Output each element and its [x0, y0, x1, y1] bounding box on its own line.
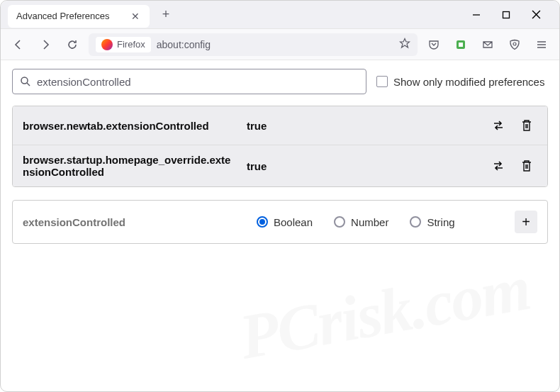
url-text[interactable]: about:config [157, 39, 393, 50]
preference-row[interactable]: browser.startup.homepage_override.extens… [13, 145, 547, 186]
preference-row[interactable]: browser.newtab.extensionControlled true [13, 106, 547, 145]
bookmark-star-icon[interactable] [399, 38, 410, 52]
minimize-button[interactable] [470, 9, 483, 21]
browser-tab[interactable]: Advanced Preferences ✕ [8, 5, 150, 28]
preference-name: browser.startup.homepage_override.extens… [23, 154, 235, 178]
preference-value: true [247, 120, 476, 132]
pocket-icon[interactable] [423, 34, 444, 55]
preference-name: browser.newtab.extensionControlled [23, 120, 235, 132]
svg-point-6 [513, 43, 516, 45]
preference-actions [488, 115, 537, 136]
identity-label: Firefox [117, 39, 145, 50]
search-input[interactable] [37, 76, 359, 88]
radio-icon [410, 216, 421, 228]
close-tab-icon[interactable]: ✕ [130, 11, 141, 22]
add-preference-name: extensionControlled [23, 216, 235, 228]
type-radio-group: Boolean Number String [257, 216, 455, 228]
preference-list: browser.newtab.extensionControlled true … [12, 106, 548, 187]
delete-button[interactable] [516, 115, 537, 136]
tab-title: Advanced Preferences [16, 11, 130, 21]
url-bar[interactable]: Firefox about:config [89, 33, 418, 56]
shield-icon[interactable] [504, 34, 525, 55]
radio-label: String [427, 216, 454, 228]
svg-rect-1 [503, 11, 510, 18]
firefox-window: Advanced Preferences ✕ + [0, 0, 560, 392]
preference-search-box[interactable] [12, 69, 366, 94]
maximize-button[interactable] [500, 9, 513, 21]
radio-label: Boolean [274, 216, 313, 228]
radio-icon [257, 216, 268, 228]
svg-rect-5 [459, 43, 463, 47]
delete-button[interactable] [516, 155, 537, 177]
search-row: Show only modified preferences [12, 69, 548, 94]
forward-button[interactable] [35, 34, 56, 55]
toggle-button[interactable] [488, 155, 509, 177]
reload-button[interactable] [62, 34, 83, 55]
add-preference-row: extensionControlled Boolean Number Strin… [12, 200, 548, 244]
window-controls [470, 9, 556, 21]
app-menu-button[interactable] [531, 34, 552, 55]
svg-line-11 [27, 83, 30, 86]
search-icon [20, 76, 31, 87]
new-tab-button[interactable]: + [155, 4, 177, 26]
checkbox-label: Show only modified preferences [393, 76, 544, 88]
show-modified-checkbox[interactable]: Show only modified preferences [376, 76, 544, 88]
checkbox-icon [376, 76, 388, 87]
radio-number[interactable]: Number [334, 216, 388, 228]
radio-label: Number [351, 216, 388, 228]
watermark-text: PCrisk.com [235, 251, 535, 374]
radio-icon [334, 216, 345, 228]
page-content: Show only modified preferences browser.n… [1, 60, 559, 391]
identity-box[interactable]: Firefox [96, 37, 151, 52]
radio-boolean[interactable]: Boolean [257, 216, 313, 228]
extension-icon[interactable] [450, 34, 471, 55]
navigation-toolbar: Firefox about:config [1, 29, 559, 60]
radio-string[interactable]: String [410, 216, 454, 228]
firefox-logo-icon [101, 39, 113, 50]
mail-icon[interactable] [477, 34, 498, 55]
preference-actions [488, 155, 537, 177]
add-button[interactable]: + [515, 211, 537, 233]
toggle-button[interactable] [488, 115, 509, 136]
svg-point-10 [21, 77, 28, 84]
preference-value: true [247, 160, 476, 172]
titlebar: Advanced Preferences ✕ + [1, 1, 559, 29]
back-button[interactable] [8, 34, 29, 55]
close-window-button[interactable] [530, 9, 542, 21]
